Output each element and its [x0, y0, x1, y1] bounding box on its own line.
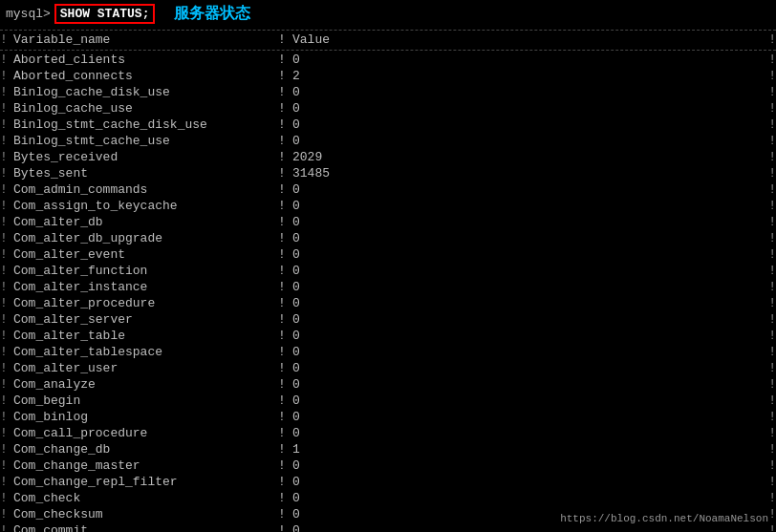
table-row: ! Aborted_clients ! 0 !: [0, 52, 776, 68]
variable-name: Aborted_clients: [8, 53, 275, 67]
variable-value: 0: [289, 231, 768, 245]
variable-value: 0: [289, 264, 768, 278]
table-row: ! Com_analyze ! 0 !: [0, 376, 776, 393]
table-header: ! Variable_name ! Value !: [0, 31, 776, 49]
variable-value: 2: [289, 69, 768, 83]
border-right: !: [768, 280, 776, 294]
border-right: !: [768, 491, 776, 505]
col-sep: !: [275, 215, 289, 229]
col-sep: !: [275, 312, 289, 327]
border-left: !: [0, 231, 8, 245]
table-row: ! Com_alter_procedure ! 0 !: [0, 295, 776, 311]
border-right: !: [768, 394, 776, 408]
col-sep: !: [275, 377, 289, 392]
border-right: !: [768, 345, 776, 359]
table-row: ! Com_alter_table ! 0 !: [0, 328, 776, 344]
border-left: !: [0, 312, 8, 327]
border-left: !: [0, 491, 8, 505]
border-right: !: [768, 329, 776, 343]
border-left: !: [0, 507, 8, 521]
variable-name: Binlog_stmt_cache_use: [8, 134, 275, 148]
variable-name: Com_check: [8, 491, 275, 505]
variable-name: Com_admin_commands: [8, 182, 275, 197]
col-sep: !: [275, 117, 289, 132]
command-box: SHOW STATUS;: [54, 4, 156, 24]
border-left: !: [0, 523, 8, 532]
table-row: ! Com_assign_to_keycache ! 0 !: [0, 198, 776, 214]
table-row: ! Com_alter_server ! 0 !: [0, 311, 776, 328]
col-sep: !: [275, 426, 289, 440]
col-sep: !: [275, 85, 289, 99]
col-sep: !: [275, 361, 289, 375]
col-sep: !: [275, 329, 289, 343]
col-sep: !: [275, 134, 289, 148]
col-header-sep: !: [275, 32, 289, 47]
border-left: !: [0, 394, 8, 408]
border-right: !: [768, 85, 776, 99]
variable-name: Com_begin: [8, 394, 275, 408]
table-row: ! Com_change_db ! 1 !: [0, 441, 776, 458]
col-sep: !: [275, 345, 289, 359]
data-rows: ! Aborted_clients ! 0 ! ! Aborted_connec…: [0, 52, 776, 532]
variable-name: Com_change_db: [8, 442, 275, 457]
table-row: ! Com_alter_db_upgrade ! 0 !: [0, 230, 776, 246]
table-row: ! Binlog_cache_disk_use ! 0 !: [0, 84, 776, 100]
border-right: !: [768, 150, 776, 164]
border-right: !: [768, 426, 776, 440]
variable-name: Com_alter_db_upgrade: [8, 231, 275, 245]
col-sep: !: [275, 507, 289, 521]
col-sep: !: [275, 296, 289, 310]
variable-value: 0: [289, 458, 768, 473]
variable-value: 0: [289, 345, 768, 359]
col-sep: !: [275, 101, 289, 116]
variable-name: Com_alter_function: [8, 264, 275, 278]
variable-name: Com_commit: [8, 523, 275, 532]
variable-name: Bytes_received: [8, 150, 275, 164]
border-left: !: [0, 475, 8, 489]
border-left: !: [0, 32, 8, 47]
table-row: ! Com_alter_event ! 0 !: [0, 246, 776, 263]
border-left: !: [0, 53, 8, 67]
table-row: ! Com_alter_db ! 0 !: [0, 214, 776, 230]
border-right: !: [768, 32, 776, 47]
border-right: !: [768, 264, 776, 278]
border-left: !: [0, 117, 8, 132]
border-left: !: [0, 182, 8, 197]
table-row: ! Binlog_cache_use ! 0 !: [0, 100, 776, 117]
variable-value: 0: [289, 426, 768, 440]
border-right: !: [768, 377, 776, 392]
border-right: !: [768, 361, 776, 375]
col-sep: !: [275, 410, 289, 424]
variable-value: 0: [289, 53, 768, 67]
variable-value: 0: [289, 134, 768, 148]
border-right: !: [768, 134, 776, 148]
border-left: !: [0, 247, 8, 262]
variable-name: Com_alter_tablespace: [8, 345, 275, 359]
col-sep: !: [275, 491, 289, 505]
col-sep: !: [275, 264, 289, 278]
col-header-name: Variable_name: [8, 32, 275, 47]
variable-name: Com_change_master: [8, 458, 275, 473]
border-left: !: [0, 345, 8, 359]
col-sep: !: [275, 458, 289, 473]
table-row: ! Aborted_connects ! 2 !: [0, 68, 776, 84]
table-row: ! Com_admin_commands ! 0 !: [0, 181, 776, 198]
border-right: !: [768, 199, 776, 213]
variable-name: Com_call_procedure: [8, 426, 275, 440]
border-right: !: [768, 523, 776, 532]
variable-name: Com_alter_event: [8, 247, 275, 262]
table-row: ! Com_change_master ! 0 !: [0, 458, 776, 474]
border-right: !: [768, 182, 776, 197]
border-right: !: [768, 117, 776, 132]
variable-value: 0: [289, 475, 768, 489]
mysql-prompt: mysql>: [6, 7, 51, 21]
variable-name: Binlog_cache_disk_use: [8, 85, 275, 99]
variable-name: Binlog_stmt_cache_disk_use: [8, 117, 275, 132]
variable-value: 0: [289, 215, 768, 229]
variable-name: Com_analyze: [8, 377, 275, 392]
border-right: !: [768, 296, 776, 310]
variable-value: 0: [289, 85, 768, 99]
variable-value: 0: [289, 312, 768, 327]
border-left: !: [0, 85, 8, 99]
variable-value: 0: [289, 182, 768, 197]
